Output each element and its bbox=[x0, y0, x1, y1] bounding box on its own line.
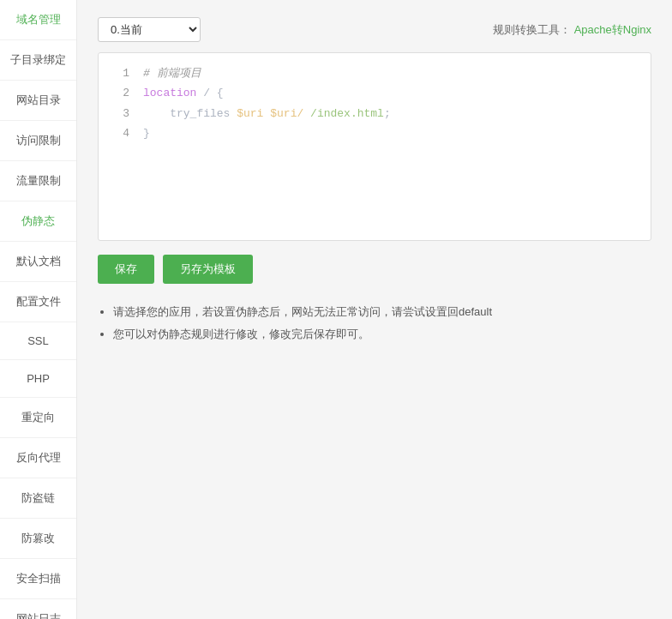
note-item-0: 请选择您的应用，若设置伪静态后，网站无法正常访问，请尝试设置回default bbox=[113, 301, 651, 323]
sidebar-item-site-dir[interactable]: 网站目录 bbox=[0, 81, 76, 121]
code-line-3: 3 try_files $uri $uri/ /index.html; bbox=[99, 104, 651, 123]
line-content: } bbox=[143, 123, 150, 143]
line-content: # 前端项目 bbox=[143, 63, 201, 83]
version-select[interactable]: 0.当前 bbox=[98, 17, 201, 42]
sidebar-item-config-file[interactable]: 配置文件 bbox=[0, 282, 76, 322]
rule-tool-link[interactable]: Apache转Nginx bbox=[574, 23, 651, 36]
sidebar-item-default-doc[interactable]: 默认文档 bbox=[0, 242, 76, 282]
line-number: 3 bbox=[109, 104, 129, 123]
line-content: try_files $uri $uri/ /index.html; bbox=[143, 104, 391, 123]
note-item-1: 您可以对伪静态规则进行修改，修改完后保存即可。 bbox=[113, 323, 651, 346]
sidebar-item-php[interactable]: PHP bbox=[0, 360, 76, 398]
rule-tool-container: 规则转换工具： Apache转Nginx bbox=[493, 22, 651, 38]
sidebar-item-hotlink-protect[interactable]: 防盗链 bbox=[0, 478, 76, 519]
save-as-template-button[interactable]: 另存为模板 bbox=[163, 255, 253, 284]
sidebar: 域名管理子目录绑定网站目录访问限制流量限制伪静态默认文档配置文件SSLPHP重定… bbox=[0, 0, 77, 619]
sidebar-item-reverse-proxy[interactable]: 反向代理 bbox=[0, 438, 76, 478]
rule-tool-label: 规则转换工具： bbox=[493, 23, 571, 36]
sidebar-item-access-limit[interactable]: 访问限制 bbox=[0, 121, 76, 161]
sidebar-item-pseudo-static[interactable]: 伪静态 bbox=[0, 201, 76, 242]
line-number: 4 bbox=[109, 123, 129, 143]
code-editor[interactable]: 1# 前端项目2location / {3 try_files $uri $ur… bbox=[98, 52, 651, 241]
button-row: 保存 另存为模板 bbox=[98, 255, 651, 284]
sidebar-item-redirect[interactable]: 重定向 bbox=[0, 398, 76, 438]
notes-list: 请选择您的应用，若设置伪静态后，网站无法正常访问，请尝试设置回default您可… bbox=[98, 301, 651, 346]
save-button[interactable]: 保存 bbox=[98, 255, 154, 284]
sidebar-item-subdir-bind[interactable]: 子目录绑定 bbox=[0, 40, 76, 81]
code-line-4: 4} bbox=[99, 123, 651, 143]
line-number: 1 bbox=[109, 63, 129, 83]
line-number: 2 bbox=[109, 83, 129, 103]
sidebar-item-traffic-limit[interactable]: 流量限制 bbox=[0, 161, 76, 201]
toolbar-row: 0.当前 规则转换工具： Apache转Nginx bbox=[98, 17, 651, 42]
sidebar-item-domain-mgmt[interactable]: 域名管理 bbox=[0, 0, 76, 40]
main-content: 0.当前 规则转换工具： Apache转Nginx 1# 前端项目2locati… bbox=[77, 0, 672, 619]
sidebar-item-security-scan[interactable]: 安全扫描 bbox=[0, 559, 76, 599]
code-line-1: 1# 前端项目 bbox=[99, 63, 651, 83]
line-content: location / { bbox=[143, 83, 224, 103]
code-line-2: 2location / { bbox=[99, 83, 651, 103]
sidebar-item-ssl[interactable]: SSL bbox=[0, 322, 76, 360]
sidebar-item-site-log[interactable]: 网站日志 bbox=[0, 599, 76, 619]
sidebar-item-tamper-proof[interactable]: 防篡改 bbox=[0, 519, 76, 559]
